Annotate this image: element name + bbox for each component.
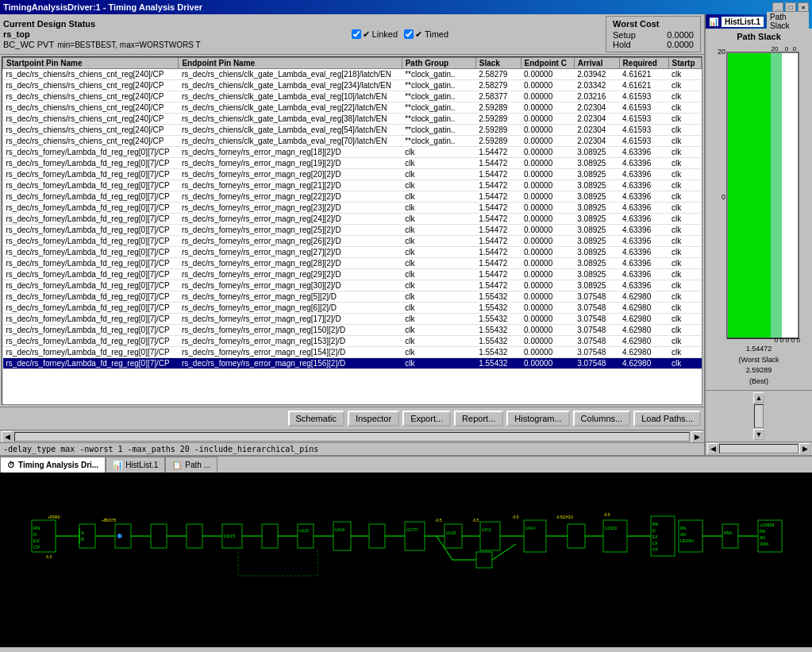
timed-checkbox[interactable]: ✔ Timed xyxy=(404,29,448,40)
svg-text:0: 0 xyxy=(722,193,725,201)
svg-text:EX: EX xyxy=(33,538,40,543)
table-row[interactable]: rs_dec/rs_forney/Lambda_fd_reg_reg[0][7]… xyxy=(3,303,702,314)
table-row[interactable]: rs_dec/rs_forney/Lambda_fd_reg_reg[0][7]… xyxy=(3,180,702,191)
table-row[interactable]: rs_dec/rs_forney/Lambda_fd_reg_reg[0][7]… xyxy=(3,258,702,269)
table-row[interactable]: rs_dec/rs_chiens/rs_chiens_cnt_reg[240]/… xyxy=(3,91,702,102)
svg-text:20: 20 xyxy=(772,45,779,52)
hold-value: 0.0000 xyxy=(667,40,694,49)
svg-text:-0.5: -0.5 xyxy=(512,515,519,519)
table-row[interactable]: rs_dec/rs_forney/Lambda_fd_reg_reg[0][7]… xyxy=(3,158,702,169)
timing-table[interactable]: Startpoint Pin Name Endpoint Pin Name Pa… xyxy=(2,56,702,405)
inspector-button[interactable]: Inspector xyxy=(348,411,399,426)
svg-text:RN: RN xyxy=(760,529,766,534)
table-row[interactable]: rs_dec/rs_forney/Lambda_fd_reg_reg[0][7]… xyxy=(3,347,702,358)
table-row[interactable]: rs_dec/rs_forney/Lambda_fd_reg_reg[0][7]… xyxy=(3,147,702,158)
table-row[interactable]: rs_dec/rs_forney/Lambda_fd_reg_reg[0][7]… xyxy=(3,325,702,336)
right-down-btn[interactable]: ▼ xyxy=(753,429,764,440)
svg-text:CP: CP xyxy=(33,545,40,550)
table-row[interactable]: rs_dec/rs_chiens/rs_chiens_cnt_reg[240]/… xyxy=(3,125,702,136)
hist-list-tab[interactable]: HistList.1 xyxy=(722,17,764,27)
tab-path-icon: 📋 xyxy=(172,461,182,469)
load-paths-button[interactable]: Load Paths... xyxy=(633,411,701,426)
setup-label: Setup xyxy=(613,30,636,40)
table-row[interactable]: rs_dec/rs_forney/Lambda_fd_reg_reg[0][7]… xyxy=(3,203,702,214)
report-button[interactable]: Report... xyxy=(454,411,503,426)
right-up-btn[interactable]: ▲ xyxy=(753,392,764,403)
svg-text:0: 0 xyxy=(785,45,789,52)
maximize-button[interactable]: □ xyxy=(785,2,796,12)
svg-text:-0.5: -0.5 xyxy=(435,518,442,523)
col-pathgroup: Path Group xyxy=(402,58,475,69)
horizontal-scrollbar[interactable] xyxy=(14,432,690,442)
title-bar: TimingAnalysisDriver:1 - Timing Analysis… xyxy=(0,0,812,14)
command-line: -delay_type max -nworst 1 -max_paths 20 … xyxy=(0,442,704,455)
svg-text:U2169: U2169 xyxy=(605,526,617,530)
table-row[interactable]: rs_dec/rs_forney/Lambda_fd_reg_reg[0][7]… xyxy=(3,191,702,203)
table-row[interactable]: rs_dec/rs_forney/Lambda_fd_reg_reg[0][7]… xyxy=(3,214,702,225)
close-button[interactable]: × xyxy=(798,2,809,12)
right-scrollbar[interactable] xyxy=(754,404,764,428)
table-row[interactable]: rs_dec/rs_chiens/rs_chiens_cnt_reg[240]/… xyxy=(3,102,702,114)
tab-histlist[interactable]: 📊 HistList.1 xyxy=(106,457,165,473)
svg-text:-0.5: -0.5 xyxy=(603,512,610,517)
col-startp: Startp xyxy=(668,58,701,69)
table-row[interactable]: rs_dec/rs_chiens/rs_chiens_cnt_reg[240]/… xyxy=(3,69,702,80)
design-status-label: Current Design Status xyxy=(3,19,201,29)
bottom-scrollbar[interactable] xyxy=(719,444,799,453)
tab-timing-analysis[interactable]: ⏱ Timing Analysis Dri... xyxy=(0,457,106,473)
worst-cost-title: Worst Cost xyxy=(613,19,694,29)
histogram-chart[interactable]: 20 0 1.518 1.932 2.622 20 0 0 xyxy=(711,44,806,342)
table-row[interactable]: rs_dec/rs_forney/Lambda_fd_reg_reg[0][7]… xyxy=(3,314,702,325)
setup-value: 0.0000 xyxy=(667,30,694,40)
table-row[interactable]: rs_dec/rs_chiens/rs_chiens_cnt_reg[240]/… xyxy=(3,136,702,147)
tab-timing-icon: ⏱ xyxy=(7,461,15,469)
table-row[interactable]: rs_dec/rs_forney/Lambda_fd_reg_reg[0][7]… xyxy=(3,291,702,303)
left-scroll-btn[interactable]: ◀ xyxy=(2,431,13,442)
svg-text:+US829: +US829 xyxy=(760,523,774,527)
tab-timing-label: Timing Analysis Dri... xyxy=(18,461,98,469)
svg-text:0: 0 xyxy=(786,337,790,342)
svg-text:+BR375: +BR375 xyxy=(102,518,116,523)
bottom-right-btn[interactable]: ▶ xyxy=(799,443,810,454)
hist-icon: 📊 xyxy=(709,17,718,26)
histogram-button[interactable]: Histogram... xyxy=(506,411,569,426)
schematic-button[interactable]: Schematic xyxy=(288,411,344,426)
svg-text:U915: U915 xyxy=(224,534,236,538)
svg-text:-0.5: -0.5 xyxy=(472,518,479,523)
table-row[interactable]: rs_dec/rs_forney/Lambda_fd_reg_reg[0][7]… xyxy=(3,225,702,236)
svg-text:+RS60: +RS60 xyxy=(48,515,60,519)
svg-text:U411: U411 xyxy=(482,527,491,532)
table-row[interactable]: rs_dec/rs_forney/Lambda_fd_reg_reg[0][7]… xyxy=(3,169,702,180)
svg-text:A: A xyxy=(81,530,84,535)
worst-cost-box: Worst Cost Setup 0.0000 Hold 0.0000 xyxy=(606,16,701,52)
svg-text:B: B xyxy=(81,537,84,542)
table-row[interactable]: rs_dec/rs_chiens/rs_chiens_cnt_reg[240]/… xyxy=(3,114,702,125)
hist-title-bar: 📊 HistList.1 Path Slack xyxy=(706,14,812,29)
svg-text:AN: AN xyxy=(680,532,686,537)
tab-path[interactable]: 📋 Path ... xyxy=(165,457,217,473)
tab-path-label: Path ... xyxy=(185,461,210,469)
columns-button[interactable]: Columns... xyxy=(573,411,631,426)
col-endpoint: Endpoint Pin Name xyxy=(179,58,402,69)
svg-text:-0.5GH10: -0.5GH10 xyxy=(556,515,573,519)
tab-hist-icon: 📊 xyxy=(113,461,122,469)
bottom-left-btn[interactable]: ◀ xyxy=(707,443,718,454)
col-startpoint: Startpoint Pin Name xyxy=(3,58,179,69)
window-controls[interactable]: _ □ × xyxy=(772,2,809,12)
table-row[interactable]: rs_dec/rs_forney/Lambda_fd_reg_reg[0][7]… xyxy=(3,280,702,291)
right-panel: 📊 HistList.1 Path Slack Path Slack 20 0 xyxy=(705,14,812,455)
table-row[interactable]: rs_dec/rs_forney/Lambda_fd_reg_reg[0][7]… xyxy=(3,336,702,347)
table-row[interactable]: rs_dec/rs_forney/Lambda_fd_reg_reg[0][7]… xyxy=(3,247,702,258)
pvt-label: BC_WC PVT xyxy=(3,40,54,49)
col-slack: Slack xyxy=(475,58,521,69)
table-row[interactable]: rs_dec/rs_forney/Lambda_fd_reg_reg[0][7]… xyxy=(3,358,702,369)
linked-checkbox[interactable]: ✔ Linked xyxy=(352,29,398,40)
minimize-button[interactable]: _ xyxy=(772,2,783,12)
svg-text:RN: RN xyxy=(652,522,659,527)
export-button[interactable]: Export... xyxy=(402,411,451,426)
table-row[interactable]: rs_dec/rs_chiens/rs_chiens_cnt_reg[240]/… xyxy=(3,80,702,91)
table-row[interactable]: rs_dec/rs_forney/Lambda_fd_reg_reg[0][7]… xyxy=(3,236,702,247)
table-row[interactable]: rs_dec/rs_forney/Lambda_fd_reg_reg[0][7]… xyxy=(3,269,702,280)
right-scroll-btn[interactable]: ▶ xyxy=(691,431,702,442)
schematic-svg[interactable]: RN D EX CP A B 🔷 U915 U122 U419 xyxy=(0,473,812,647)
